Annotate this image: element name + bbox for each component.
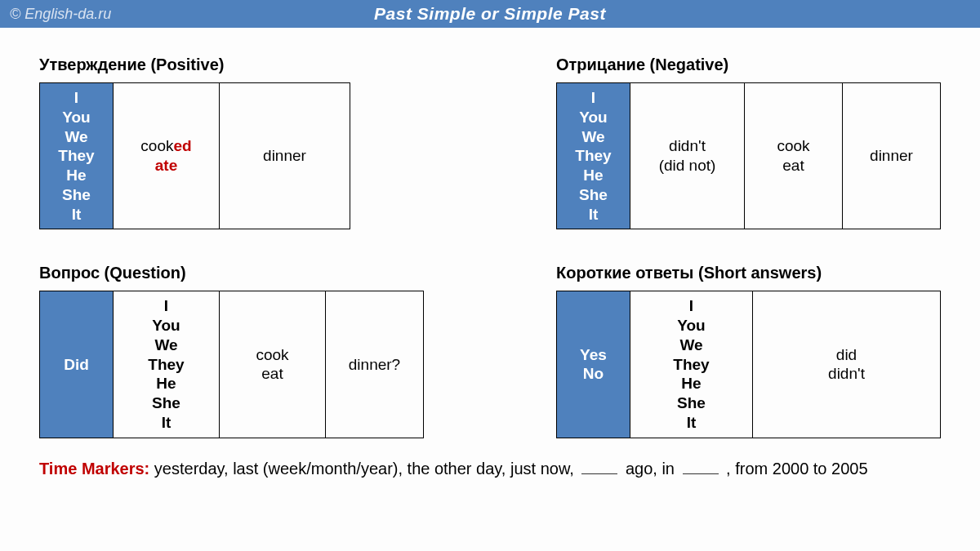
aux-didnot: (did not): [659, 157, 716, 174]
subj: I: [630, 296, 752, 316]
subj: They: [557, 146, 630, 166]
positive-table: I You We They He She It cooked ate d: [39, 82, 350, 229]
positive-verbs: cooked ate: [114, 83, 220, 229]
subj: He: [557, 166, 630, 185]
subj: It: [114, 413, 219, 433]
subj: You: [630, 316, 752, 335]
short-subjects: I You We They He She It: [630, 291, 753, 438]
positive-block: Утверждение (Positive) I You We They He …: [39, 56, 350, 229]
question-block: Вопрос (Question) Did I You We They He S…: [39, 264, 424, 438]
short-title: Короткие ответы (Short answers): [556, 264, 941, 282]
subj: They: [630, 355, 752, 375]
verb-cook-base: cook: [140, 137, 173, 154]
blank-2: [683, 473, 719, 474]
aux-didnt: didn't: [669, 137, 706, 154]
question-title: Вопрос (Question): [39, 264, 424, 282]
subj: We: [40, 127, 113, 147]
row-1: Утверждение (Positive) I You We They He …: [39, 56, 941, 229]
question-subjects: I You We They He She It: [114, 291, 220, 438]
subj: They: [40, 146, 113, 166]
subj: You: [114, 316, 219, 335]
subj: I: [40, 88, 113, 108]
question-object: dinner?: [326, 291, 424, 438]
subj: It: [630, 413, 752, 433]
negative-object: dinner: [843, 83, 941, 229]
row-2: Вопрос (Question) Did I You We They He S…: [39, 264, 941, 438]
short-yesno: Yes No: [557, 291, 630, 438]
yes-label: Yes: [580, 346, 607, 363]
short-table: Yes No I You We They He She It: [556, 291, 941, 438]
subj: He: [40, 166, 113, 185]
subj: We: [114, 335, 219, 355]
subj: He: [630, 374, 752, 393]
subj: We: [557, 127, 630, 147]
markers-part3: , from 2000 to 2005: [726, 460, 867, 478]
subj: It: [40, 205, 113, 224]
verb-eat: eat: [261, 365, 283, 382]
verb-cook: cook: [256, 346, 288, 363]
question-table: Did I You We They He She It coo: [39, 291, 424, 438]
negative-subjects: I You We They He She It: [557, 83, 630, 229]
header-bar: © English-da.ru Past Simple or Simple Pa…: [0, 0, 980, 28]
verb-eat: eat: [782, 157, 804, 174]
verb-ate: ate: [155, 157, 177, 174]
subj: He: [114, 374, 219, 393]
site-credit: © English-da.ru: [10, 6, 111, 23]
ans-did: did: [836, 346, 857, 363]
subj: I: [557, 88, 630, 108]
subj: You: [40, 108, 113, 127]
time-markers: Time Markers: yesterday, last (week/mont…: [0, 460, 980, 478]
verb-cook: cook: [777, 137, 809, 154]
subj: We: [630, 335, 752, 355]
page-title: Past Simple or Simple Past: [0, 4, 980, 24]
short-block: Короткие ответы (Short answers) Yes No I…: [556, 264, 941, 438]
short-answers: did didn't: [753, 291, 941, 438]
no-label: No: [583, 365, 604, 382]
subj: She: [557, 185, 630, 205]
blank-1: [581, 473, 617, 474]
positive-subjects: I You We They He She It: [40, 83, 114, 229]
subj: She: [40, 185, 113, 205]
subj: It: [557, 205, 630, 224]
subj: I: [114, 296, 219, 316]
positive-title: Утверждение (Positive): [39, 56, 350, 74]
negative-aux: didn't (did not): [630, 83, 745, 229]
negative-table: I You We They He She It didn't (did not): [556, 82, 941, 229]
negative-verbs: cook eat: [745, 83, 843, 229]
subj: She: [114, 393, 219, 413]
negative-block: Отрицание (Negative) I You We They He Sh…: [556, 56, 941, 229]
subj: You: [557, 108, 630, 127]
verb-cook-suffix: ed: [173, 137, 191, 154]
positive-object: dinner: [220, 83, 350, 229]
content: Утверждение (Positive) I You We They He …: [0, 28, 980, 438]
subj: She: [630, 393, 752, 413]
markers-label: Time Markers:: [39, 460, 149, 478]
ans-didnt: didn't: [828, 365, 865, 382]
markers-part1: yesterday, last (week/month/year), the o…: [154, 460, 574, 478]
question-aux: Did: [40, 291, 114, 438]
question-verbs: cook eat: [220, 291, 326, 438]
negative-title: Отрицание (Negative): [556, 56, 941, 74]
subj: They: [114, 355, 219, 375]
markers-part2: ago, in: [626, 460, 675, 478]
